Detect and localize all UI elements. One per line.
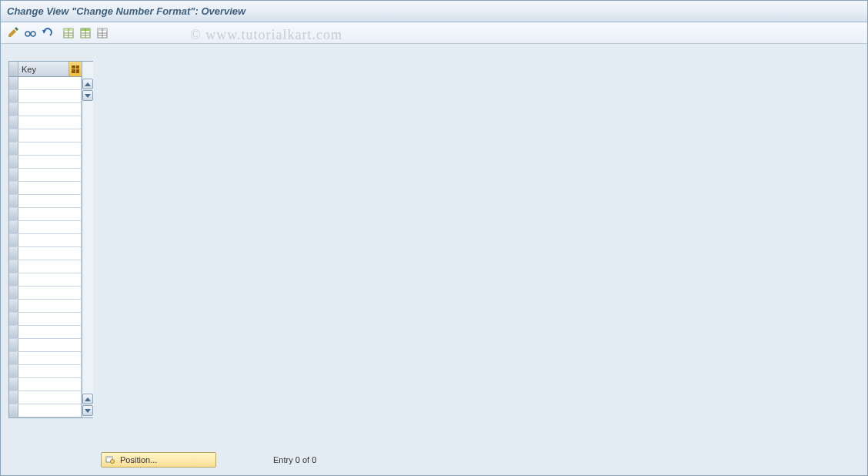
glasses-icon <box>24 27 36 39</box>
table-row[interactable] <box>9 142 82 156</box>
table-row[interactable] <box>9 326 82 339</box>
grid-yellow-icon <box>63 28 74 39</box>
table-row[interactable] <box>9 156 82 169</box>
table-row[interactable] <box>9 260 82 273</box>
table-row[interactable] <box>9 313 82 326</box>
svg-point-1 <box>31 32 35 36</box>
scroll-down-button[interactable] <box>82 90 93 101</box>
table-row[interactable] <box>9 300 82 313</box>
table-settings-icon <box>72 65 79 73</box>
grid-green-icon <box>80 28 91 39</box>
chevron-up-icon <box>85 397 91 401</box>
title-bar: Change View "Change Number Format": Over… <box>1 1 867 22</box>
toolbar-delimit-button[interactable] <box>95 25 110 41</box>
scroll-down-button-bottom[interactable] <box>82 405 93 416</box>
data-grid[interactable]: Key <box>8 61 93 418</box>
table-row[interactable] <box>9 195 82 208</box>
undo-icon <box>41 27 53 39</box>
table-row[interactable] <box>9 77 82 90</box>
table-row[interactable] <box>9 365 82 378</box>
table-row[interactable] <box>9 221 82 234</box>
scroll-up-button-bottom[interactable] <box>82 394 93 404</box>
content-area: Key <box>1 44 867 418</box>
svg-point-0 <box>25 32 30 36</box>
position-icon <box>105 454 115 465</box>
chevron-down-icon <box>85 94 91 98</box>
position-button-label: Position... <box>120 455 157 464</box>
scroll-up-button[interactable] <box>82 79 93 89</box>
position-button[interactable]: Position... <box>101 452 216 468</box>
table-row[interactable] <box>9 247 82 260</box>
grid-body <box>9 77 82 417</box>
table-row[interactable] <box>9 116 82 129</box>
toolbar-new-entries-button[interactable] <box>61 25 76 41</box>
grid-header: Key <box>9 62 82 77</box>
table-row[interactable] <box>9 182 82 195</box>
grid-plain-icon <box>97 28 108 39</box>
page-title: Change View "Change Number Format": Over… <box>7 5 245 17</box>
table-row[interactable] <box>9 273 82 287</box>
grid-scrollbar[interactable] <box>82 62 93 417</box>
entry-count-text: Entry 0 of 0 <box>273 455 316 464</box>
grid-column-key[interactable]: Key <box>18 62 69 76</box>
toolbar-copy-as-button[interactable] <box>78 25 93 41</box>
grid-row-selector-header[interactable] <box>9 62 18 76</box>
table-row[interactable] <box>9 169 82 182</box>
table-row[interactable] <box>9 352 82 365</box>
table-row[interactable] <box>9 404 82 417</box>
grid-configure-button[interactable] <box>69 62 82 76</box>
table-row[interactable] <box>9 90 82 103</box>
footer: Position... Entry 0 of 0 <box>1 452 867 468</box>
svg-point-19 <box>111 460 115 464</box>
table-row[interactable] <box>9 208 82 221</box>
table-row[interactable] <box>9 103 82 116</box>
toolbar-change-other-view-button[interactable] <box>5 25 21 41</box>
table-row[interactable] <box>9 339 82 352</box>
pencil-toggle-icon <box>7 27 19 39</box>
toolbar <box>1 22 867 44</box>
toolbar-details-button[interactable] <box>22 25 38 41</box>
toolbar-undo-button[interactable] <box>39 25 55 41</box>
chevron-down-icon <box>85 409 91 413</box>
svg-rect-18 <box>106 457 112 458</box>
table-row[interactable] <box>9 287 82 300</box>
table-row[interactable] <box>9 234 82 247</box>
chevron-up-icon <box>85 82 91 86</box>
table-row[interactable] <box>9 129 82 142</box>
table-row[interactable] <box>9 378 82 391</box>
table-row[interactable] <box>9 391 82 404</box>
